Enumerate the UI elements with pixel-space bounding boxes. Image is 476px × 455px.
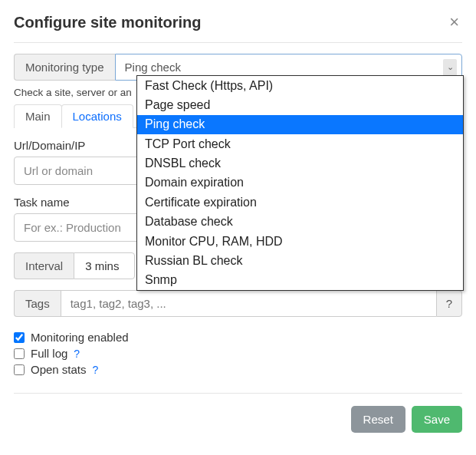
dropdown-option-dnsbl[interactable]: DNSBL check [137,154,463,173]
dropdown-option-certificate-expiration[interactable]: Certificate expiration [137,193,463,212]
close-icon[interactable]: × [446,14,462,31]
monitoring-enabled-checkbox[interactable] [14,332,25,343]
interval-value[interactable]: 3 mins [74,252,135,279]
dropdown-option-russian-bl[interactable]: Russian BL check [137,252,463,271]
dialog-header: Configure site monitoring × [14,14,462,43]
monitoring-type-value: Ping check [125,61,181,74]
tab-locations[interactable]: Locations [61,104,133,128]
tags-row: Tags ? [14,290,462,317]
full-log-help-icon[interactable]: ? [74,348,80,360]
full-log-label: Full log [31,347,67,360]
tags-help-button[interactable]: ? [436,290,462,317]
monitoring-type-label: Monitoring type [14,54,115,81]
tags-input[interactable] [61,290,436,317]
reset-button[interactable]: Reset [351,406,405,433]
full-log-checkbox[interactable] [14,348,25,359]
monitoring-enabled-row[interactable]: Monitoring enabled [14,331,462,344]
open-stats-help-icon[interactable]: ? [93,364,99,376]
dialog-title: Configure site monitoring [14,14,201,31]
chevron-down-icon: ⌄ [443,59,457,76]
dropdown-option-monitor-cpu[interactable]: Monitor CPU, RAM, HDD [137,232,463,251]
dropdown-option-snmp[interactable]: Snmp [137,271,463,290]
open-stats-label: Open stats [31,363,87,376]
dropdown-option-page-speed[interactable]: Page speed [137,95,463,114]
dropdown-option-domain-expiration[interactable]: Domain expiration [137,173,463,193]
tab-main[interactable]: Main [14,104,62,128]
open-stats-row[interactable]: Open stats ? [14,363,462,376]
monitoring-enabled-label: Monitoring enabled [31,331,129,344]
dropdown-option-fast-check[interactable]: Fast Check (Https, API) [137,76,463,95]
save-button[interactable]: Save [412,406,462,433]
monitoring-type-dropdown[interactable]: Fast Check (Https, API) Page speed Ping … [136,75,464,291]
open-stats-checkbox[interactable] [14,364,25,375]
dropdown-option-ping-check[interactable]: Ping check [137,115,463,134]
checkbox-group: Monitoring enabled Full log ? Open stats… [14,331,462,376]
full-log-row[interactable]: Full log ? [14,347,462,360]
dialog-footer: Reset Save [14,393,462,445]
interval-label: Interval [14,252,74,279]
dropdown-option-database-check[interactable]: Database check [137,213,463,232]
dropdown-option-tcp-port[interactable]: TCP Port check [137,134,463,153]
tags-label: Tags [14,290,61,317]
